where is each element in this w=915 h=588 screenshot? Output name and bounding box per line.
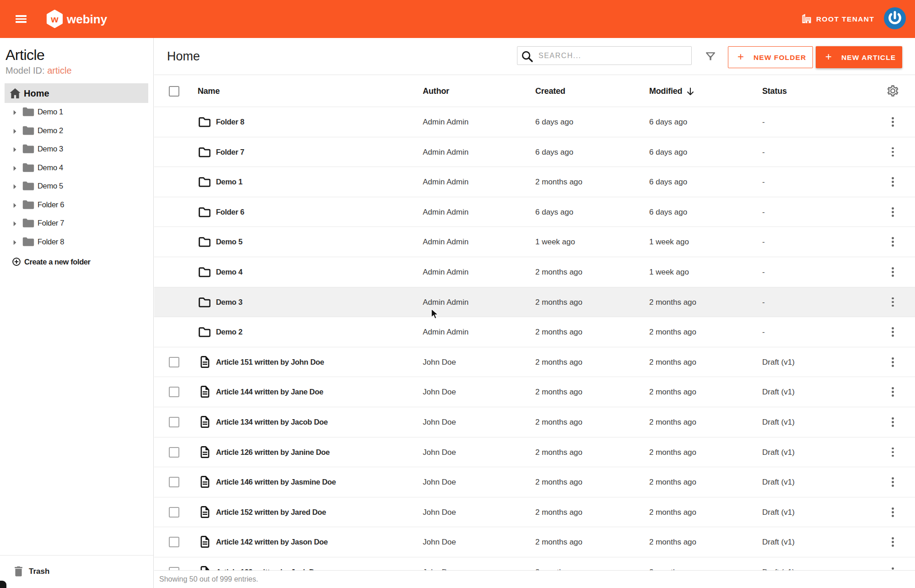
svg-text:w: w <box>50 14 59 24</box>
